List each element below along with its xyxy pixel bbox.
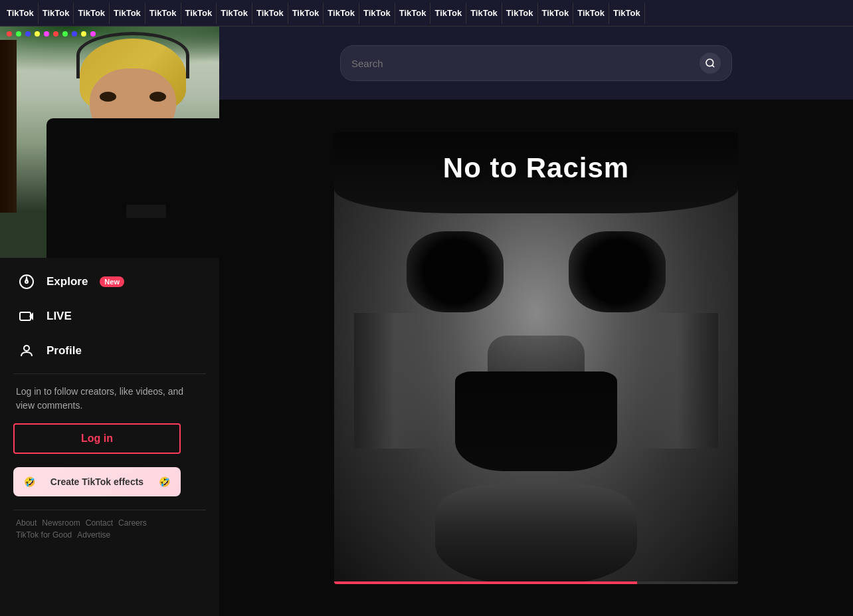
- new-badge: New: [100, 276, 124, 287]
- tiktok-icon: TikTok: [43, 8, 70, 18]
- streamer-shirt-detail: [126, 205, 166, 218]
- live-icon: [16, 306, 37, 327]
- browser-tab[interactable]: TikTok: [145, 3, 181, 24]
- sidebar-item-profile[interactable]: Profile: [13, 334, 206, 368]
- browser-tab[interactable]: TikTok: [74, 3, 110, 24]
- browser-tab[interactable]: TikTok: [252, 3, 288, 24]
- svg-marker-2: [25, 275, 28, 282]
- person-icon: [16, 340, 37, 361]
- browser-tab[interactable]: TikTok: [573, 3, 609, 24]
- compass-icon: [16, 271, 37, 292]
- login-button[interactable]: Log in: [13, 423, 181, 454]
- streamer-right-eye: [149, 92, 166, 102]
- footer-link-careers[interactable]: Careers: [118, 518, 147, 528]
- footer-link-contact[interactable]: Contact: [86, 518, 113, 528]
- browser-tab[interactable]: TikTok: [288, 3, 324, 24]
- video-progress-fill: [334, 581, 637, 584]
- sidebar: Explore New LIVE: [0, 27, 219, 616]
- face-right-eye-socket: [569, 231, 666, 312]
- sidebar-item-explore[interactable]: Explore New: [13, 264, 206, 299]
- tiktok-icon: TikTok: [256, 8, 284, 18]
- streamer-background: [0, 27, 219, 258]
- svg-point-6: [706, 59, 713, 66]
- browser-tab[interactable]: TikTok: [609, 3, 645, 24]
- christmas-lights: [0, 30, 219, 38]
- search-button[interactable]: [700, 52, 721, 74]
- streamer-person: [27, 32, 219, 258]
- tiktok-icon: TikTok: [613, 8, 640, 18]
- tiktok-icon: TikTok: [328, 8, 355, 18]
- browser-tab[interactable]: TikTok: [217, 3, 252, 24]
- video-title-overlay: No to Racism: [334, 152, 738, 184]
- footer-links: About Newsroom Contact Careers TikTok fo…: [13, 516, 206, 542]
- browser-tab[interactable]: TikTok: [466, 3, 502, 24]
- sidebar-item-live[interactable]: LIVE: [13, 299, 206, 334]
- tiktok-icon: TikTok: [292, 8, 320, 18]
- face-left-eye-socket: [407, 231, 504, 312]
- guitar-rack: [0, 40, 17, 213]
- streamer-body: [47, 118, 219, 258]
- search-header: [219, 27, 853, 100]
- tiktok-icon: TikTok: [185, 8, 213, 18]
- face-cheek-right: [637, 313, 718, 449]
- sidebar-nav: Explore New LIVE: [0, 258, 219, 616]
- browser-tab[interactable]: TikTok: [538, 3, 574, 24]
- tiktok-icon: TikTok: [114, 8, 141, 18]
- browser-tab[interactable]: TikTok: [359, 3, 395, 24]
- tiktok-icon: TikTok: [78, 8, 105, 18]
- tiktok-icon: TikTok: [399, 8, 427, 18]
- live-label: LIVE: [47, 310, 72, 323]
- footer-link-advertise[interactable]: Advertise: [77, 530, 110, 540]
- browser-tab[interactable]: TikTok: [324, 3, 359, 24]
- video-card: No to Racism: [334, 132, 738, 584]
- tiktok-icon: TikTok: [470, 8, 498, 18]
- svg-point-5: [24, 346, 29, 351]
- effects-emoji-left: 🤣: [24, 476, 35, 487]
- streamer-webcam: [0, 27, 219, 258]
- tiktok-icon: TikTok: [577, 8, 605, 18]
- sidebar-divider-2: [13, 510, 206, 510]
- footer-link-about[interactable]: About: [16, 518, 37, 528]
- search-input[interactable]: [351, 58, 700, 69]
- video-main-area: No to Racism: [219, 100, 853, 616]
- browser-tab[interactable]: TikTok: [181, 3, 217, 24]
- grayscale-face: [334, 132, 738, 584]
- face-cheek-left: [354, 313, 435, 449]
- browser-tab-bar: TikTok TikTok TikTok TikTok TikTok TikTo…: [0, 0, 853, 27]
- streamer-left-eye: [100, 92, 116, 102]
- login-prompt-text: Log in to follow creators, like videos, …: [16, 385, 203, 413]
- footer-link-newsroom[interactable]: Newsroom: [42, 518, 80, 528]
- tiktok-icon: TikTok: [7, 8, 34, 18]
- main-layout: Explore New LIVE: [0, 27, 853, 616]
- browser-tab[interactable]: TikTok: [395, 3, 431, 24]
- tiktok-icon: TikTok: [221, 8, 248, 18]
- browser-tab[interactable]: TikTok: [39, 3, 74, 24]
- tiktok-icon: TikTok: [434, 8, 462, 18]
- effects-emoji-right: 🤣: [159, 476, 170, 487]
- explore-label: Explore: [47, 275, 88, 288]
- sidebar-divider: [13, 373, 206, 374]
- video-title: No to Racism: [443, 152, 629, 183]
- tiktok-icon: TikTok: [149, 8, 177, 18]
- browser-tab[interactable]: TikTok: [430, 3, 466, 24]
- svg-marker-4: [29, 312, 33, 320]
- tiktok-icon: TikTok: [506, 8, 533, 18]
- video-image-area: [334, 132, 738, 584]
- face-mustache: [455, 371, 616, 471]
- footer-link-tiktok-for-good[interactable]: TikTok for Good: [16, 530, 72, 540]
- browser-tab[interactable]: TikTok: [502, 3, 538, 24]
- video-progress-bar[interactable]: [334, 581, 738, 584]
- tiktok-icon: TikTok: [363, 8, 391, 18]
- svg-line-7: [712, 65, 714, 67]
- search-container: [340, 45, 732, 81]
- right-panel: No to Racism: [219, 27, 853, 616]
- face-chin: [435, 484, 637, 584]
- profile-label: Profile: [47, 344, 82, 358]
- streamer-headphones: [76, 32, 189, 78]
- effects-button[interactable]: 🤣 Create TikTok effects 🤣: [13, 467, 181, 496]
- browser-tab[interactable]: TikTok: [3, 3, 39, 24]
- browser-tab[interactable]: TikTok: [110, 3, 145, 24]
- svg-rect-3: [20, 312, 31, 320]
- tiktok-icon: TikTok: [542, 8, 569, 18]
- effects-button-label: Create TikTok effects: [50, 476, 143, 487]
